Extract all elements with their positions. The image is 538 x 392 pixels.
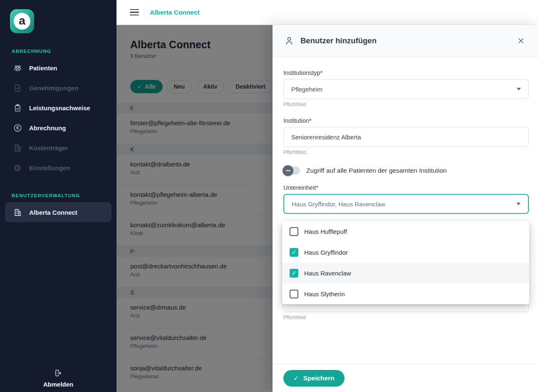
checkbox-unchecked-icon[interactable] — [290, 227, 298, 236]
close-icon[interactable] — [516, 36, 526, 45]
gear-icon: ⚙ — [12, 163, 22, 173]
sidebar-item-label: Kostenträger — [29, 144, 68, 151]
drawer-footer: ✓ Speichern — [273, 364, 538, 392]
sidebar: a ABRECHNUNGPatientenGenehmigungenLeistu… — [0, 0, 117, 392]
untereinheit-value: Haus Gryffindor, Haus Ravenclaw — [292, 201, 385, 208]
sidebar-item-label: Patienten — [29, 65, 57, 72]
nav-section-label: ABRECHNUNG — [12, 49, 117, 54]
sidebar-item-einstellungen: ⚙Einstellungen — [0, 158, 117, 178]
dropdown-option-haus-slytherin[interactable]: Haus Slytherin — [282, 283, 529, 304]
sidebar-nav: ABRECHNUNGPatientenGenehmigungenLeistung… — [0, 33, 117, 222]
add-user-drawer: Benutzer hinzufügen Institutionstyp* Pfl… — [273, 25, 538, 392]
logout-button[interactable]: Abmelden — [0, 368, 117, 388]
dropdown-option-label: Haus Slytherin — [304, 290, 345, 298]
access-toggle-row: Zugriff auf alle Patienten der gesamten … — [283, 165, 529, 176]
dropdown-option-label: Haus Ravenclaw — [304, 270, 351, 277]
institution-label: Institution* — [283, 117, 529, 124]
sidebar-item-label: Einstellungen — [29, 164, 70, 171]
app-window: a ABRECHNUNGPatientenGenehmigungenLeistu… — [0, 0, 538, 392]
app-logo: a — [10, 9, 34, 33]
dropdown-option-label: Haus Gryffindor — [304, 249, 348, 256]
sidebar-item-label: Alberta Connect — [29, 209, 77, 216]
hidden-field-helper: Pflichtfeld — [283, 315, 529, 320]
building-icon — [12, 143, 22, 153]
sidebar-item-label: Genehmigungen — [29, 84, 78, 92]
chevron-down-icon — [516, 203, 521, 205]
toggle-knob — [283, 165, 293, 176]
dropdown-option-label: Haus Hufflepuff — [304, 228, 347, 235]
drawer-title: Benutzer hinzufügen — [300, 36, 516, 45]
sidebar-item-alberta-connect[interactable]: Alberta Connect — [5, 202, 112, 222]
chevron-down-icon — [517, 88, 521, 90]
sidebar-item-label: Leistungsnachweise — [29, 104, 90, 112]
svg-text:€: € — [16, 125, 19, 130]
topbar-divider — [144, 7, 144, 18]
institutionstyp-helper: Pflichtfeld — [283, 102, 529, 107]
people-icon — [12, 63, 22, 73]
hamburger-menu-icon[interactable] — [130, 9, 139, 15]
nav-section-label: BENUTZERVERWALTUNG — [12, 193, 117, 198]
sidebar-item-abrechnung[interactable]: €Abrechnung — [0, 118, 117, 138]
save-label: Speichern — [303, 375, 335, 382]
checkbox-checked-icon[interactable]: ✓ — [290, 248, 298, 257]
topbar: Alberta Connect — [117, 0, 538, 25]
logout-icon — [53, 368, 63, 378]
topbar-title: Alberta Connect — [150, 9, 200, 16]
check-icon: ✓ — [293, 375, 299, 382]
minus-icon — [286, 170, 290, 171]
untereinheit-select[interactable]: Haus Gryffindor, Haus Ravenclaw — [283, 194, 529, 214]
sidebar-item-genehmigungen: Genehmigungen — [0, 78, 117, 98]
clipboard-check-icon — [12, 103, 22, 113]
checkbox-checked-icon[interactable]: ✓ — [290, 269, 298, 278]
institution-helper: Pflichtfeld. — [283, 149, 529, 155]
untereinheit-dropdown: Haus Hufflepuff✓Haus Gryffindor✓Haus Rav… — [282, 221, 529, 304]
institutionstyp-value: Pflegeheim — [291, 86, 322, 93]
dropdown-option-haus-gryffindor[interactable]: ✓Haus Gryffindor — [282, 242, 529, 263]
modal-backdrop[interactable] — [117, 25, 273, 392]
logo-letter: a — [19, 15, 25, 27]
drawer-header: Benutzer hinzufügen — [273, 25, 538, 57]
sidebar-item-label: Abrechnung — [29, 124, 66, 131]
sidebar-item-patienten[interactable]: Patienten — [0, 58, 117, 78]
save-button[interactable]: ✓ Speichern — [283, 370, 345, 387]
sidebar-item-leistungsnachweise[interactable]: Leistungsnachweise — [0, 98, 117, 118]
institutionstyp-select[interactable]: Pflegeheim — [283, 79, 529, 99]
dropdown-option-haus-ravenclaw[interactable]: ✓Haus Ravenclaw — [282, 263, 529, 283]
logo-circle: a — [14, 13, 30, 30]
building-icon — [12, 207, 22, 217]
euro-icon: € — [12, 123, 22, 133]
institution-input[interactable] — [283, 127, 529, 147]
person-icon — [284, 35, 295, 46]
sidebar-item-kostentr-ger: Kostenträger — [0, 138, 117, 158]
access-toggle[interactable] — [283, 166, 300, 175]
dropdown-option-haus-hufflepuff[interactable]: Haus Hufflepuff — [282, 221, 529, 242]
access-toggle-label: Zugriff auf alle Patienten der gesamten … — [306, 167, 446, 174]
logout-label: Abmelden — [0, 381, 117, 388]
drawer-body: Institutionstyp* Pflegeheim Pflichtfeld … — [273, 57, 538, 364]
checkbox-unchecked-icon[interactable] — [290, 290, 298, 298]
document-check-icon — [12, 83, 22, 93]
untereinheit-label: Untereinheit* — [283, 184, 529, 191]
institutionstyp-label: Institutionstyp* — [283, 69, 529, 76]
